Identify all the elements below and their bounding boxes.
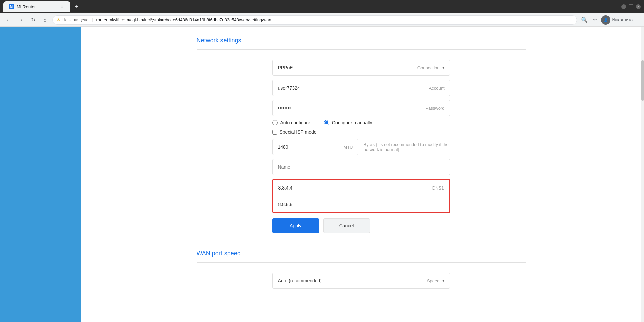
search-button[interactable]: 🔍	[580, 15, 589, 25]
apply-button[interactable]: Apply	[272, 218, 319, 233]
address-bar[interactable]: ⚠ Не защищено | router.miwifi.com/cgi-bi…	[52, 15, 577, 25]
special-isp-checkbox[interactable]	[272, 130, 277, 135]
network-settings-title: Network settings	[197, 37, 526, 44]
dns2-input[interactable]	[273, 196, 449, 212]
configure-manually-option[interactable]: Configure manually	[324, 120, 373, 125]
incognito-label: Инкогнито	[612, 17, 633, 22]
browser-menu-button[interactable]: ⋮	[634, 16, 640, 24]
configure-manually-label: Configure manually	[332, 120, 373, 125]
chevron-down-icon: ▾	[442, 65, 444, 70]
mtu-field: MTU	[272, 139, 358, 155]
auto-configure-radio[interactable]	[272, 120, 278, 125]
cancel-button[interactable]: Cancel	[323, 218, 370, 233]
account-field: Account	[272, 80, 450, 96]
connection-type-value: PPPoE	[278, 65, 293, 70]
wan-dropdown-right: Speed ▾	[427, 278, 444, 283]
sidebar	[0, 27, 81, 322]
home-button[interactable]: ⌂	[40, 15, 50, 25]
dns2-row	[273, 196, 449, 212]
network-settings-section: Network settings PPPoE Connection ▾	[197, 37, 526, 233]
password-field: Password	[272, 100, 450, 116]
address-bar-row: ← → ↻ ⌂ ⚠ Не защищено | router.miwifi.co…	[0, 13, 644, 27]
section-divider	[197, 49, 526, 50]
auto-configure-label: Auto configure	[280, 120, 310, 125]
address-actions: 🔍 ☆ 👤 Инкогнито ⋮	[580, 15, 640, 25]
scrollbar-thumb[interactable]	[641, 60, 644, 101]
close-window-button[interactable]: ×	[636, 4, 641, 9]
new-tab-button[interactable]: +	[72, 2, 81, 11]
tab-favicon: M	[9, 4, 14, 9]
button-row: Apply Cancel	[272, 218, 450, 233]
configure-manually-radio[interactable]	[324, 120, 329, 125]
wan-chevron-icon: ▾	[442, 278, 444, 283]
wan-speed-label: Speed	[427, 278, 440, 283]
name-input[interactable]	[272, 159, 450, 175]
wan-speed-dropdown[interactable]: Auto (recommended) Speed ▾	[272, 273, 450, 289]
connection-dropdown-right: Connection ▾	[417, 65, 444, 70]
auto-configure-option[interactable]: Auto configure	[272, 120, 310, 125]
connection-label: Connection	[417, 65, 440, 70]
mtu-row: MTU Bytes (It's not recommended to modif…	[272, 139, 450, 155]
tab-title: Mi Router	[17, 4, 36, 9]
tab-bar: M Mi Router × +	[3, 0, 81, 13]
connection-dropdown[interactable]: PPPoE Connection ▾	[272, 60, 450, 76]
forward-button[interactable]: →	[16, 15, 26, 25]
name-field	[272, 159, 450, 175]
not-secure-text: Не защищено	[62, 18, 88, 22]
wan-port-speed-section: WAN port speed Auto (recommended) Speed …	[197, 250, 526, 289]
dns1-input[interactable]	[273, 180, 449, 196]
form-container: PPPoE Connection ▾ Account P	[272, 60, 450, 233]
mtu-hint: Bytes (It's not recommended to modify if…	[364, 142, 450, 152]
bookmark-button[interactable]: ☆	[590, 15, 600, 25]
scrollbar-track	[641, 27, 644, 322]
content-area: Network settings PPPoE Connection ▾	[81, 27, 641, 322]
minimize-button[interactable]	[621, 4, 626, 9]
browser-chrome: M Mi Router × + ×	[0, 0, 644, 13]
back-button[interactable]: ←	[4, 15, 13, 25]
password-input[interactable]	[272, 100, 450, 116]
configure-radio-group: Auto configure Configure manually	[272, 120, 450, 125]
mtu-input[interactable]	[272, 139, 358, 155]
lock-icon: ⚠	[57, 18, 60, 22]
dns-section: DNS1	[272, 179, 450, 213]
wan-speed-value: Auto (recommended)	[278, 278, 322, 283]
special-isp-label: Special ISP mode	[280, 129, 317, 135]
dns1-row: DNS1	[273, 180, 449, 196]
profile-button[interactable]: 👤	[601, 15, 610, 25]
main-layout: Network settings PPPoE Connection ▾	[0, 27, 644, 322]
account-input[interactable]	[272, 80, 450, 96]
page-content: Network settings PPPoE Connection ▾	[183, 37, 539, 289]
maximize-button[interactable]	[629, 4, 633, 9]
reload-button[interactable]: ↻	[28, 15, 38, 25]
wan-section-divider	[197, 262, 526, 263]
url-text: router.miwifi.com/cgi-bin/luci/;stok=cbc…	[96, 17, 271, 22]
browser-tab[interactable]: M Mi Router ×	[3, 1, 70, 12]
wan-port-speed-title: WAN port speed	[197, 250, 526, 257]
tab-close-button[interactable]: ×	[59, 4, 65, 10]
special-isp-row: Special ISP mode	[272, 129, 450, 135]
